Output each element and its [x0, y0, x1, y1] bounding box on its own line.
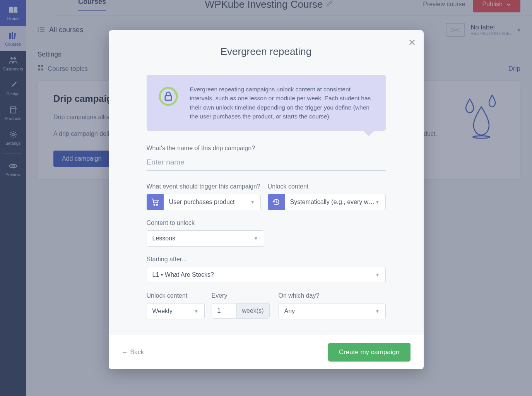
trigger-label: What event should trigger this campaign?: [147, 183, 261, 190]
campaign-name-label: What's the name of this drip campaign?: [147, 145, 386, 152]
modal-title: Evergreen repeating: [147, 46, 386, 58]
unlock-content-select[interactable]: Systematically (e.g., every we… ▼: [285, 194, 386, 210]
cart-icon: [147, 194, 164, 210]
modal-overlay: ✕ Evergreen repeating Evergreen repeatin…: [0, 0, 532, 396]
content-to-unlock-label: Content to unlock: [147, 219, 264, 226]
unlock-freq-select[interactable]: Weekly ▼: [147, 303, 205, 319]
modal-evergreen: ✕ Evergreen repeating Evergreen repeatin…: [109, 30, 424, 369]
close-button[interactable]: ✕: [408, 37, 416, 48]
campaign-name-input[interactable]: [147, 156, 386, 171]
svg-point-21: [156, 204, 157, 206]
unlock-freq-value: Weekly: [152, 308, 173, 315]
info-text: Evergreen repeating campaigns unlock con…: [190, 85, 374, 121]
starting-after-select[interactable]: L1 • What Are Stocks? ▼: [147, 267, 386, 283]
trigger-value: User purchases product: [169, 199, 235, 206]
every-label: Every: [212, 292, 272, 299]
chevron-down-icon: ▼: [375, 309, 380, 314]
day-value: Any: [284, 308, 295, 315]
unlock-value: Systematically (e.g., every we…: [290, 199, 375, 206]
close-icon: ✕: [408, 37, 416, 48]
starting-after-label: Starting after...: [147, 256, 386, 263]
chevron-down-icon: ▼: [254, 236, 258, 241]
back-label: Back: [130, 349, 144, 356]
content-to-unlock-select[interactable]: Lessons ▼: [147, 230, 264, 247]
chevron-down-icon: ▼: [194, 309, 199, 314]
chevron-down-icon: ▼: [250, 199, 255, 205]
unlock-freq-label: Unlock content: [147, 292, 205, 299]
starting-value: L1 • What Are Stocks?: [152, 271, 214, 278]
chevron-down-icon: ▼: [375, 272, 380, 278]
history-icon: [268, 194, 285, 210]
svg-point-18: [160, 88, 177, 105]
arrow-left-icon: ←: [122, 349, 128, 356]
every-unit: week(s): [237, 303, 270, 319]
unlock-content-label: Unlock content: [268, 183, 386, 190]
info-callout: Evergreen repeating campaigns unlock con…: [147, 75, 386, 131]
day-label: On which day?: [279, 292, 386, 299]
trigger-select[interactable]: User purchases product ▼: [164, 194, 261, 210]
create-campaign-button[interactable]: Create my campaign: [328, 343, 411, 362]
every-input[interactable]: [212, 303, 237, 319]
chevron-down-icon: ▼: [375, 199, 380, 205]
back-button[interactable]: ← Back: [122, 349, 144, 356]
day-select[interactable]: Any ▼: [279, 303, 386, 319]
svg-point-20: [154, 204, 155, 206]
content-value: Lessons: [152, 235, 176, 242]
svg-rect-19: [165, 96, 171, 100]
lock-cycle-icon: [157, 85, 180, 121]
